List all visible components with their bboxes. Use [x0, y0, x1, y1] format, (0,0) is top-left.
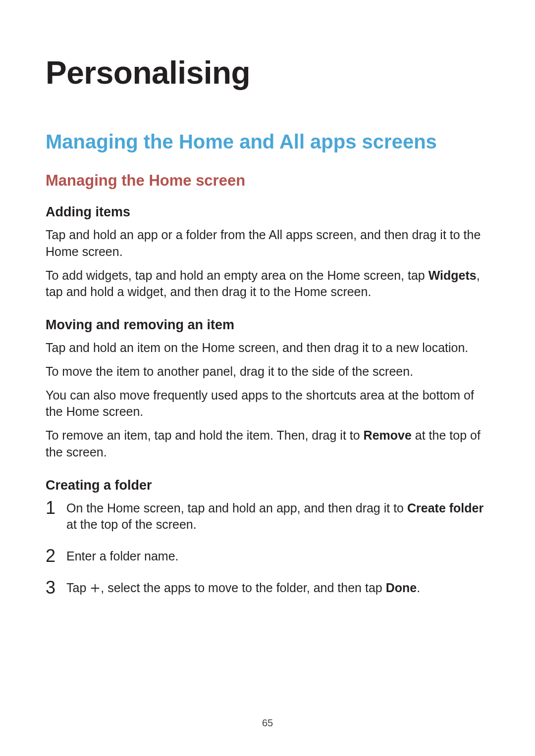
- topic-title: Creating a folder: [46, 478, 489, 493]
- section-heading: Managing the Home and All apps screens: [46, 131, 489, 153]
- bold-text: Widgets: [428, 268, 477, 282]
- text-fragment: at the top of the screen.: [66, 517, 197, 531]
- step-item: Enter a folder name.: [46, 548, 489, 565]
- topic-adding-items: Adding items Tap and hold an app or a fo…: [46, 204, 489, 301]
- text-fragment: On the Home screen, tap and hold an app,…: [66, 501, 407, 515]
- plus-icon: [90, 581, 101, 598]
- body-text: To remove an item, tap and hold the item…: [46, 427, 489, 461]
- topic-title: Adding items: [46, 204, 489, 220]
- text-fragment: To remove an item, tap and hold the item…: [46, 428, 364, 442]
- body-text: You can also move frequently used apps t…: [46, 387, 489, 421]
- text-fragment: .: [417, 581, 420, 595]
- body-text: Tap and hold an item on the Home screen,…: [46, 340, 489, 356]
- body-text: To move the item to another panel, drag …: [46, 363, 489, 380]
- text-fragment: To add widgets, tap and hold an empty ar…: [46, 268, 428, 282]
- topic-creating-folder: Creating a folder On the Home screen, ta…: [46, 478, 489, 598]
- body-text: To add widgets, tap and hold an empty ar…: [46, 267, 489, 301]
- bold-text: Remove: [364, 428, 412, 442]
- text-fragment: , select the apps to move to the folder,…: [101, 581, 385, 595]
- bold-text: Done: [386, 581, 417, 595]
- page-container: Personalising Managing the Home and All …: [0, 0, 535, 756]
- topic-title: Moving and removing an item: [46, 317, 489, 333]
- step-item: Tap , select the apps to move to the fol…: [46, 580, 489, 598]
- subsection-heading: Managing the Home screen: [46, 172, 489, 190]
- topic-moving-removing: Moving and removing an item Tap and hold…: [46, 317, 489, 461]
- chapter-title: Personalising: [46, 54, 489, 91]
- bold-text: Create folder: [407, 501, 483, 515]
- numbered-steps: On the Home screen, tap and hold an app,…: [46, 500, 489, 598]
- body-text: Tap and hold an app or a folder from the…: [46, 227, 489, 260]
- page-number: 65: [0, 717, 535, 729]
- step-item: On the Home screen, tap and hold an app,…: [46, 500, 489, 534]
- text-fragment: Tap: [66, 581, 90, 595]
